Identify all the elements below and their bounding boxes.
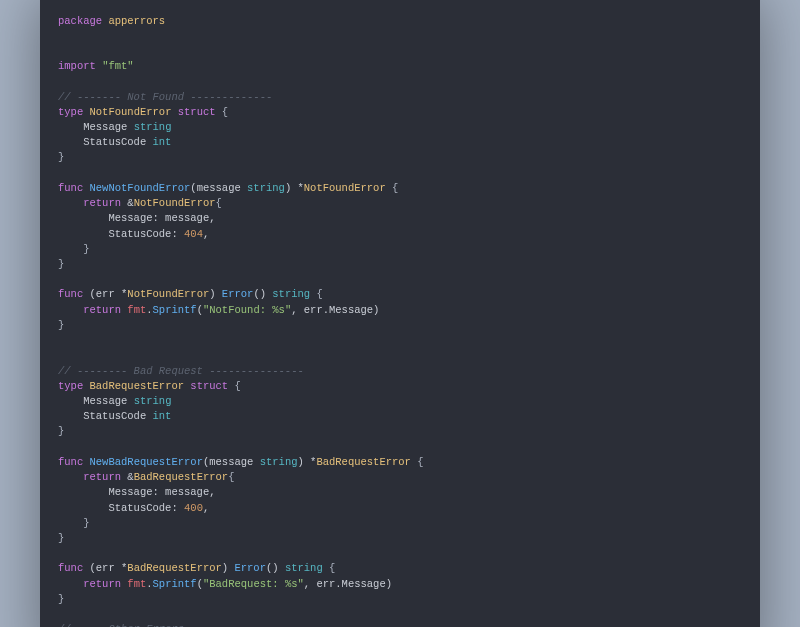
comment: // -------- Bad Request --------------- (58, 365, 304, 377)
brace: { (411, 456, 424, 468)
code-content: package apperrors import "fmt" // ------… (40, 8, 760, 627)
keyword: type (58, 106, 83, 118)
type-name: NotFoundError (83, 106, 171, 118)
brace: { (216, 197, 222, 209)
func-name: Sprintf (153, 578, 197, 590)
field: StatusCode (58, 410, 153, 422)
brace: } (58, 532, 64, 544)
string-literal: "BadRequest: %s" (203, 578, 304, 590)
brace: { (310, 288, 323, 300)
builtin-type: string (285, 562, 323, 574)
punct: ) * (297, 456, 316, 468)
punct: ) (222, 562, 235, 574)
func-name: Error (234, 562, 266, 574)
punct: & (121, 197, 134, 209)
brace: { (323, 562, 336, 574)
brace: } (58, 151, 64, 163)
receiver: (err * (83, 562, 127, 574)
builtin-type: string (134, 121, 172, 133)
builtin-type: string (247, 182, 285, 194)
brace: } (58, 517, 90, 529)
keyword: package (58, 15, 102, 27)
keyword: func (58, 562, 83, 574)
string-literal: "fmt" (102, 60, 134, 72)
type-name: NotFoundError (134, 197, 216, 209)
punct: () (266, 562, 285, 574)
builtin-type: string (272, 288, 310, 300)
field-init: StatusCode: (58, 502, 184, 514)
brace: } (58, 258, 64, 270)
brace: } (58, 593, 64, 605)
brace: { (228, 380, 241, 392)
keyword: func (58, 182, 83, 194)
keyword: func (58, 456, 83, 468)
keyword: struct (171, 106, 215, 118)
func-name: NewNotFoundError (83, 182, 190, 194)
func-name: NewBadRequestError (83, 456, 203, 468)
keyword: import (58, 60, 96, 72)
identifier: fmt (127, 578, 146, 590)
args: , err.Message) (291, 304, 379, 316)
builtin-type: int (153, 410, 172, 422)
keyword: return (58, 578, 121, 590)
punct: ) (209, 288, 222, 300)
titlebar (40, 0, 760, 8)
punct: , (203, 502, 209, 514)
type-name: BadRequestError (134, 471, 229, 483)
field-init: StatusCode: (58, 228, 184, 240)
type-name: NotFoundError (304, 182, 386, 194)
brace: } (58, 243, 90, 255)
editor-window: package apperrors import "fmt" // ------… (40, 0, 760, 627)
number: 404 (184, 228, 203, 240)
keyword: type (58, 380, 83, 392)
field: Message (58, 395, 134, 407)
builtin-type: string (134, 395, 172, 407)
type-name: BadRequestError (316, 456, 411, 468)
keyword: return (58, 197, 121, 209)
type-name: NotFoundError (127, 288, 209, 300)
type-name: BadRequestError (83, 380, 184, 392)
punct: ) * (285, 182, 304, 194)
field-init: Message: message, (58, 212, 216, 224)
builtin-type: string (260, 456, 298, 468)
field-init: Message: message, (58, 486, 216, 498)
keyword: return (58, 304, 121, 316)
param: (message (190, 182, 247, 194)
receiver: (err * (83, 288, 127, 300)
keyword: return (58, 471, 121, 483)
brace: { (228, 471, 234, 483)
args: , err.Message) (304, 578, 392, 590)
param: (message (203, 456, 260, 468)
keyword: struct (184, 380, 228, 392)
func-name: Error (222, 288, 254, 300)
comment: // ---- Other Errors (58, 623, 184, 627)
field: Message (58, 121, 134, 133)
brace: { (386, 182, 399, 194)
builtin-type: int (153, 136, 172, 148)
punct: () (253, 288, 272, 300)
brace: } (58, 319, 64, 331)
package-name: apperrors (102, 15, 165, 27)
string-literal: "NotFound: %s" (203, 304, 291, 316)
type-name: BadRequestError (127, 562, 222, 574)
keyword: func (58, 288, 83, 300)
identifier: fmt (127, 304, 146, 316)
number: 400 (184, 502, 203, 514)
func-name: Sprintf (153, 304, 197, 316)
punct: & (121, 471, 134, 483)
punct: , (203, 228, 209, 240)
comment: // ------- Not Found ------------- (58, 91, 272, 103)
brace: { (216, 106, 229, 118)
brace: } (58, 425, 64, 437)
field: StatusCode (58, 136, 153, 148)
